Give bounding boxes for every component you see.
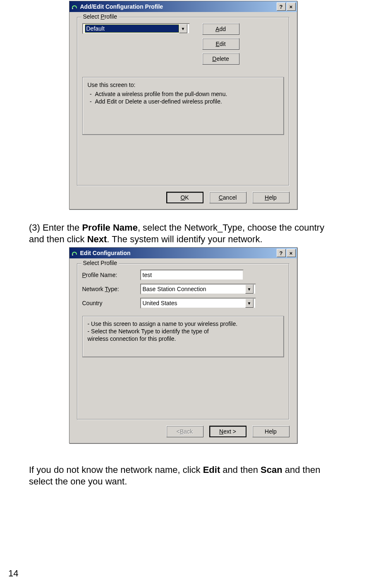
edit-button[interactable]: Edit <box>202 38 239 50</box>
dialog-add-edit-config: Add/Edit Configuration Profile ? × Selec… <box>69 1 297 210</box>
info-title: Use this screen to: <box>88 82 279 88</box>
app-icon <box>71 3 78 10</box>
network-type-combo[interactable]: Base Station Connection ▼ <box>140 284 256 294</box>
instruction-paragraph-2: If you do not know the network name, cli… <box>29 464 337 487</box>
svg-rect-1 <box>72 255 73 255</box>
label-country: Country <box>82 300 136 306</box>
close-button[interactable]: × <box>287 249 296 257</box>
instruction-paragraph-1: (3) Enter the Profile Name, select the N… <box>29 222 337 245</box>
ok-button[interactable]: OK <box>166 192 203 203</box>
delete-button[interactable]: Delete <box>202 53 239 65</box>
select-profile-group: Select Profile Profile Name: test Networ… <box>77 263 289 420</box>
help-button[interactable]: ? <box>277 249 286 257</box>
titlebar: Edit Configuration ? × <box>69 248 297 258</box>
window-title: Add/Edit Configuration Profile <box>80 3 277 10</box>
app-icon <box>71 250 78 256</box>
dialog-edit-config: Edit Configuration ? × Select Profile Pr… <box>69 247 297 443</box>
add-button[interactable]: Add <box>202 23 239 35</box>
next-button[interactable]: Next > <box>209 426 246 437</box>
profile-selected: Default <box>85 24 179 33</box>
group-legend: Select Profile <box>81 260 119 266</box>
profile-name-input[interactable]: test <box>140 270 244 280</box>
profile-combo[interactable]: Default ▼ <box>82 23 190 34</box>
label-network-type: Network Type: <box>82 286 136 292</box>
cancel-button[interactable]: Cancel <box>209 192 246 203</box>
chevron-down-icon[interactable]: ▼ <box>245 284 254 294</box>
titlebar: Add/Edit Configuration Profile ? × <box>69 1 297 12</box>
svg-rect-0 <box>72 8 73 9</box>
chevron-down-icon[interactable]: ▼ <box>179 24 187 33</box>
window-title: Edit Configuration <box>80 250 277 256</box>
help-button-footer[interactable]: Help <box>252 426 289 437</box>
chevron-down-icon[interactable]: ▼ <box>245 299 254 308</box>
help-button[interactable]: ? <box>277 2 286 11</box>
close-button[interactable]: × <box>287 2 296 11</box>
info-box: Use this screen to: Activate a wireless … <box>82 77 284 135</box>
info-box: - Use this screen to assign a name to yo… <box>82 316 284 357</box>
info-item: Add Edit or Delete a user-defined wirele… <box>95 98 279 105</box>
page-number: 14 <box>8 568 18 579</box>
help-button-footer[interactable]: Help <box>252 192 289 203</box>
select-profile-group: Select Profile Default ▼ Add Edit Delete… <box>77 17 289 186</box>
label-profile-name: Profile Name: <box>82 272 136 278</box>
info-item: Activate a wireless profile from the pul… <box>95 91 279 97</box>
back-button: < Back <box>166 426 203 437</box>
group-legend: Select Profile <box>81 13 119 20</box>
country-combo[interactable]: United States ▼ <box>140 298 256 308</box>
